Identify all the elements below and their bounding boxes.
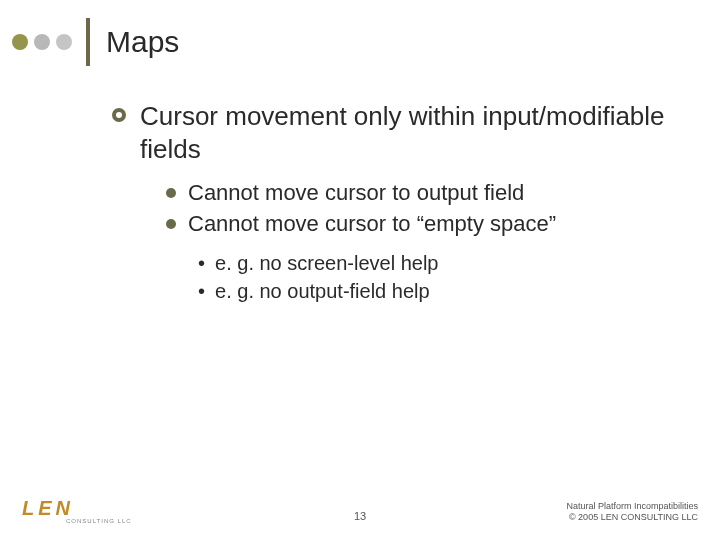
logo: LEN CONSULTING LLC	[22, 497, 132, 524]
dot-bullet-icon: •	[198, 250, 205, 276]
page-number: 13	[354, 510, 366, 522]
dot-icon	[56, 34, 72, 50]
dot-bullet-icon: •	[198, 278, 205, 304]
sublist-level3: • e. g. no screen-level help • e. g. no …	[198, 250, 690, 304]
logo-subtext: CONSULTING LLC	[66, 518, 132, 524]
slide-body: Cursor movement only within input/modifi…	[112, 100, 690, 306]
disc-bullet-icon	[166, 188, 176, 198]
footer-line1: Natural Platform Incompatibilities	[566, 501, 698, 513]
disc-bullet-icon	[166, 219, 176, 229]
bullet-level2: Cannot move cursor to output field	[166, 179, 690, 208]
level2-text: Cannot move cursor to output field	[188, 179, 524, 208]
level1-text: Cursor movement only within input/modifi…	[140, 100, 690, 165]
level3-text: e. g. no output-field help	[215, 278, 430, 304]
vertical-divider	[86, 18, 90, 66]
bullet-level3: • e. g. no screen-level help	[198, 250, 690, 276]
ring-bullet-icon	[112, 108, 126, 122]
dot-icon	[12, 34, 28, 50]
slide-header: Maps	[12, 18, 179, 66]
slide-title: Maps	[106, 25, 179, 59]
footer-right: Natural Platform Incompatibilities © 200…	[566, 501, 698, 524]
bullet-level3: • e. g. no output-field help	[198, 278, 690, 304]
header-dots	[12, 34, 72, 50]
sublist-level2: Cannot move cursor to output field Canno…	[166, 179, 690, 238]
footer-line2: © 2005 LEN CONSULTING LLC	[566, 512, 698, 524]
logo-text: LEN	[22, 497, 74, 520]
level2-text: Cannot move cursor to “empty space”	[188, 210, 556, 239]
bullet-level1: Cursor movement only within input/modifi…	[112, 100, 690, 165]
bullet-level2: Cannot move cursor to “empty space”	[166, 210, 690, 239]
level3-text: e. g. no screen-level help	[215, 250, 438, 276]
dot-icon	[34, 34, 50, 50]
